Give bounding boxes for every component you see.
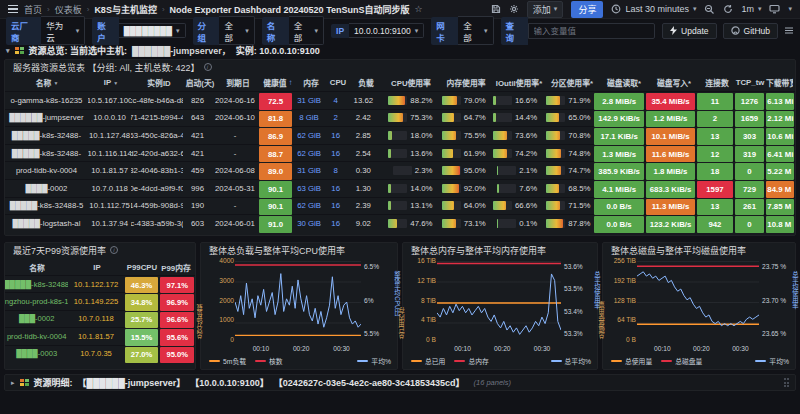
- table-row[interactable]: ████-0003 10.7.0.35 27.0% 95.0%: [5, 345, 195, 362]
- save-icon[interactable]: [491, 4, 501, 14]
- section-row-details[interactable]: ▸ 资源明细: 【██████-jumpserver】 【10.0.0.10:9…: [4, 374, 796, 391]
- drag-handle-icon[interactable]: [784, 378, 790, 387]
- cell-name[interactable]: █████-k8s-32488: [5, 276, 68, 292]
- legend-item[interactable]: 总平均%: [551, 356, 591, 366]
- col-disk-read[interactable]: 磁盘读取*: [599, 74, 649, 91]
- table-row[interactable]: ██████-jumpserver 10.0.0.10 71-4215-b994…: [5, 109, 795, 127]
- legend-item[interactable]: 总使用量: [611, 356, 652, 366]
- variable-value-dropdown[interactable]: ████████▾: [119, 23, 186, 38]
- col-cpu[interactable]: CPU: [327, 74, 349, 91]
- table-row[interactable]: █████-k8s-32488-5 10.1.112.75 14-459b-90…: [5, 197, 795, 215]
- cell-name[interactable]: prod-tidb-kv-0004: [5, 328, 68, 344]
- col-download[interactable]: 下载带宽: [765, 74, 793, 91]
- legend-item[interactable]: 总磁盘量: [661, 356, 702, 366]
- update-button[interactable]: Update: [662, 23, 716, 39]
- kiosk-mode-icon[interactable]: [769, 4, 780, 14]
- line-chart[interactable]: [437, 261, 561, 343]
- panel-title[interactable]: 整体总内存与整体平均内存使用率: [403, 243, 597, 257]
- col-uptime-days[interactable]: 启动(天): [185, 74, 215, 91]
- breadcrumb-folder[interactable]: K8S与主机监控: [94, 3, 157, 16]
- table-row[interactable]: o-gamma-k8s-16235 10.5.167.100 cc-48fe-b…: [5, 91, 795, 109]
- table-row[interactable]: ████-0002 10.7.0.118 0e-4dcd-a9f9-f0 996…: [5, 179, 795, 197]
- panel-title[interactable]: 服务器资源总览表 【分组: All, 主机总数: 422】 i: [5, 60, 795, 74]
- cell-name[interactable]: ██████-jumpserver: [5, 110, 88, 127]
- refresh-interval-dropdown[interactable]: 1m▾: [741, 4, 761, 14]
- col-load[interactable]: 负载: [349, 74, 383, 91]
- variable-value-dropdown[interactable]: 全部▾: [458, 16, 493, 45]
- time-range-picker[interactable]: Last 30 minutes ▾: [611, 4, 696, 14]
- cell-name[interactable]: ████-0002: [5, 180, 88, 197]
- cell-name[interactable]: ████-0003: [5, 346, 68, 362]
- cell-name[interactable]: █████-k8s-32488-5: [5, 198, 88, 215]
- table-row[interactable]: █████-k8s-32488- 10.1.116.114 d2-420d-a6…: [5, 144, 795, 162]
- variable-value-dropdown[interactable]: 10.0.0.10:9100▾: [349, 23, 424, 38]
- variable-value-dropdown[interactable]: 全部▾: [289, 16, 324, 45]
- table-row[interactable]: ngzhou-prod-k8s-1 10.1.149.225 34.8% 96.…: [5, 292, 195, 309]
- chevron-down-icon[interactable]: ▾: [788, 5, 792, 13]
- legend-item[interactable]: 总内存: [454, 356, 488, 366]
- cell-ip[interactable]: 10.7.0.118: [88, 180, 131, 197]
- cell-ip[interactable]: 10.1.112.75: [88, 198, 131, 215]
- col-name[interactable]: 名称: [36, 77, 52, 88]
- cell-ip[interactable]: 10.1.116.114: [88, 145, 131, 162]
- section-row-overview[interactable]: ▾ 资源总览: 当前选中主机: ██████-jumpserver， 实例: 1…: [6, 43, 794, 58]
- menu-icon[interactable]: [8, 5, 18, 14]
- col-p99mem[interactable]: P99内存: [159, 259, 193, 275]
- cell-ip[interactable]: 10.1.37.94: [88, 215, 131, 232]
- cell-name[interactable]: ngzhou-prod-k8s-1: [5, 293, 68, 309]
- line-chart[interactable]: [637, 261, 759, 343]
- col-instance-id[interactable]: 实例ID: [133, 74, 185, 91]
- panel-list-icon[interactable]: [784, 26, 794, 35]
- col-mem-usage[interactable]: 内存使用率: [439, 74, 493, 91]
- star-icon[interactable]: ☆: [414, 4, 422, 14]
- share-button[interactable]: 分享: [571, 1, 603, 18]
- legend-item[interactable]: 平均%: [357, 356, 391, 366]
- col-ioutil[interactable]: IOutil使用率*: [493, 74, 545, 91]
- col-ip[interactable]: IP: [69, 259, 125, 275]
- legend-item[interactable]: 核数: [255, 356, 283, 366]
- panel-title[interactable]: 整体总磁盘与整体平均磁盘使用率: [603, 243, 795, 257]
- panel-title[interactable]: 整体总负载与整体平均CPU使用率: [201, 243, 397, 257]
- table-row[interactable]: █████-k8s-32488- 10.1.127.48 63-450c-826…: [5, 126, 795, 144]
- funnel-icon[interactable]: ▼: [113, 80, 118, 86]
- cell-name[interactable]: o-gamma-k8s-16235: [5, 92, 88, 109]
- col-health[interactable]: 健康值: [263, 77, 286, 88]
- zoom-out-icon[interactable]: [704, 4, 715, 15]
- cell-name[interactable]: █████-k8s-32488-: [5, 127, 88, 144]
- col-ip[interactable]: IP: [104, 78, 111, 87]
- search-input[interactable]: [528, 23, 656, 39]
- col-partition[interactable]: 分区使用率*: [545, 74, 599, 91]
- refresh-icon[interactable]: [723, 4, 733, 14]
- table-row[interactable]: prod-tidb-kv-0004 10.1.81.57 32-4046-83b…: [5, 161, 795, 179]
- cell-name[interactable]: prod-tidb-kv-0004: [5, 162, 88, 179]
- table-row[interactable]: ███-0002 10.7.0.118 25.7% 96.6%: [5, 310, 195, 327]
- panel-title[interactable]: 最近7天P99资源使用率 i: [5, 243, 195, 257]
- legend-item[interactable]: 总已用: [411, 356, 445, 366]
- legend-item[interactable]: 平均%: [755, 356, 789, 366]
- col-cpu-usage[interactable]: CPU使用率: [383, 74, 439, 91]
- cell-ip[interactable]: 10.0.0.10: [88, 110, 131, 127]
- funnel-icon[interactable]: ▼: [53, 80, 58, 86]
- cell-ip[interactable]: 10.1.127.48: [88, 127, 131, 144]
- cell-name[interactable]: █████-k8s-32488-: [5, 145, 88, 162]
- breadcrumb-home[interactable]: 首页: [24, 3, 42, 16]
- col-expire-date[interactable]: 到期日: [215, 74, 261, 91]
- breadcrumb-dashboards[interactable]: 仪表板: [55, 3, 82, 16]
- table-row[interactable]: █████-logstash-al 10.1.37.94 c-4383-a59b…: [5, 214, 795, 232]
- cell-ip[interactable]: 10.5.167.100: [88, 92, 131, 109]
- legend-item[interactable]: 5m负载: [209, 356, 246, 366]
- table-row[interactable]: prod-tidb-kv-0004 10.1.81.57 15.5% 95.6%: [5, 327, 195, 344]
- col-memory[interactable]: 内存: [295, 74, 327, 91]
- github-button[interactable]: GitHub: [723, 23, 778, 39]
- cell-name[interactable]: ███-0002: [5, 311, 68, 327]
- col-connections[interactable]: 连接数: [699, 74, 735, 91]
- cell-name[interactable]: █████-logstash-al: [5, 215, 88, 232]
- col-tcp-tw[interactable]: TCP_tw: [735, 74, 765, 91]
- col-name[interactable]: 名称: [5, 259, 69, 275]
- col-p99cpu[interactable]: P99CPU: [125, 259, 159, 275]
- table-row[interactable]: █████-k8s-32488 10.1.122.172 46.3% 97.1%: [5, 275, 195, 292]
- variable-value-dropdown[interactable]: 全部▾: [219, 16, 254, 45]
- gear-icon[interactable]: [509, 4, 519, 14]
- cell-ip[interactable]: 10.1.81.57: [88, 162, 131, 179]
- variable-value-dropdown[interactable]: 华为云▾: [41, 16, 85, 45]
